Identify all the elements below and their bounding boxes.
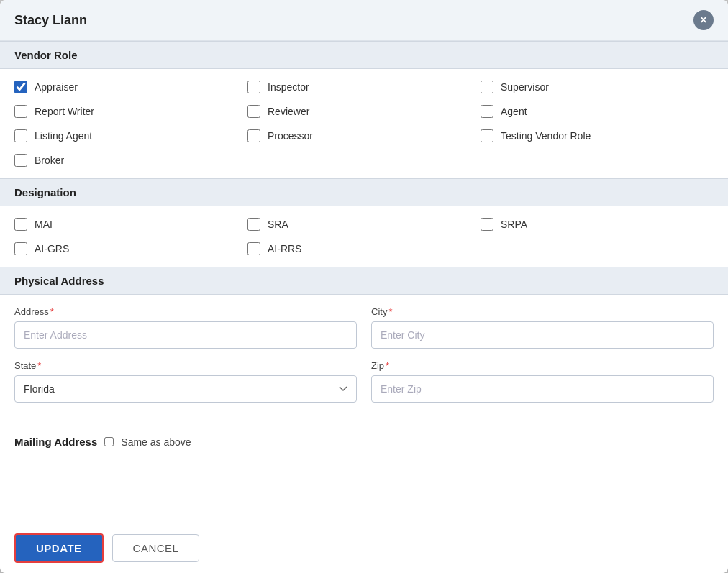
address-input[interactable]: [14, 321, 357, 349]
city-label: City*: [371, 306, 714, 317]
checkbox-item-sra: SRA: [247, 218, 481, 231]
state-required-star: *: [37, 360, 41, 371]
agent-label: Agent: [501, 106, 527, 117]
inspector-checkbox[interactable]: [247, 81, 260, 93]
state-group: State* Florida Alabama Alaska Arizona Ca…: [14, 360, 357, 403]
reviewer-label: Reviewer: [268, 106, 309, 117]
report-writer-label: Report Writer: [35, 106, 94, 117]
update-button[interactable]: UPDATE: [14, 533, 104, 563]
state-label: State*: [14, 360, 357, 371]
checkbox-item-srpa: SRPA: [481, 218, 714, 231]
checkbox-item-broker: Broker: [14, 154, 247, 167]
processor-label: Processor: [268, 130, 313, 142]
sra-checkbox[interactable]: [247, 218, 260, 231]
ai-rrs-checkbox[interactable]: [247, 242, 260, 255]
state-select[interactable]: Florida Alabama Alaska Arizona Californi…: [14, 375, 357, 403]
mai-checkbox[interactable]: [14, 218, 27, 231]
city-group: City*: [371, 306, 714, 349]
address-label: Address*: [14, 306, 357, 317]
ai-grs-checkbox[interactable]: [14, 242, 27, 255]
designation-grid: MAI SRA SRPA AI-GRS AI-RRS: [14, 218, 714, 255]
city-input[interactable]: [371, 321, 714, 349]
state-zip-row: State* Florida Alabama Alaska Arizona Ca…: [14, 360, 714, 403]
sra-label: SRA: [268, 219, 288, 230]
checkbox-item-report-writer: Report Writer: [14, 105, 247, 118]
checkbox-item-agent: Agent: [481, 105, 714, 118]
checkbox-item-processor: Processor: [247, 129, 481, 142]
mai-label: MAI: [35, 219, 53, 230]
zip-input[interactable]: [371, 375, 714, 403]
checkbox-item-appraiser: Appraiser: [14, 81, 247, 93]
checkbox-item-mai: MAI: [14, 218, 247, 231]
broker-label: Broker: [35, 155, 64, 166]
inspector-label: Inspector: [268, 81, 309, 93]
checkbox-item-testing-vendor-role: Testing Vendor Role: [481, 129, 714, 142]
ai-rrs-label: AI-RRS: [268, 243, 301, 255]
listing-agent-checkbox[interactable]: [14, 129, 27, 142]
testing-vendor-role-checkbox[interactable]: [481, 129, 493, 142]
address-city-row: Address* City*: [14, 306, 714, 349]
zip-group: Zip*: [371, 360, 714, 403]
ai-grs-label: AI-GRS: [35, 243, 69, 255]
physical-address-section-header: Physical Address: [0, 267, 728, 295]
checkbox-item-ai-rrs: AI-RRS: [247, 242, 481, 255]
vendor-role-content: Appraiser Inspector Supervisor Report Wr…: [0, 69, 728, 178]
supervisor-checkbox[interactable]: [481, 81, 493, 93]
physical-address-content: Address* City* State* Flor: [0, 295, 728, 426]
same-as-above-label: Same as above: [121, 436, 191, 448]
close-button[interactable]: ×: [693, 10, 714, 30]
modal-header: Stacy Liann ×: [0, 0, 728, 41]
modal-body: Vendor Role Appraiser Inspector Supervis…: [0, 41, 728, 523]
report-writer-checkbox[interactable]: [14, 105, 27, 118]
listing-agent-label: Listing Agent: [35, 130, 92, 142]
processor-checkbox[interactable]: [247, 129, 260, 142]
city-required-star: *: [388, 306, 392, 317]
zip-required-star: *: [386, 360, 389, 371]
agent-checkbox[interactable]: [481, 105, 493, 118]
modal-container: Stacy Liann × Vendor Role Appraiser Insp…: [0, 0, 728, 573]
address-group: Address*: [14, 306, 357, 349]
designation-section-header: Designation: [0, 178, 728, 206]
srpa-label: SRPA: [501, 219, 527, 230]
same-as-above-checkbox[interactable]: [104, 437, 114, 446]
vendor-role-section-header: Vendor Role: [0, 41, 728, 69]
checkbox-item-supervisor: Supervisor: [481, 81, 714, 93]
mailing-address-row: Mailing Address Same as above: [0, 426, 728, 454]
testing-vendor-role-label: Testing Vendor Role: [501, 130, 591, 142]
mailing-address-label: Mailing Address: [14, 436, 97, 448]
supervisor-label: Supervisor: [501, 81, 549, 93]
appraiser-label: Appraiser: [35, 81, 78, 93]
checkbox-item-reviewer: Reviewer: [247, 105, 481, 118]
address-required-star: *: [50, 306, 54, 317]
checkbox-item-inspector: Inspector: [247, 81, 481, 93]
designation-content: MAI SRA SRPA AI-GRS AI-RRS: [0, 206, 728, 267]
checkbox-item-listing-agent: Listing Agent: [14, 129, 247, 142]
zip-label: Zip*: [371, 360, 714, 371]
cancel-button[interactable]: CANCEL: [112, 534, 200, 562]
modal-title: Stacy Liann: [14, 13, 87, 28]
appraiser-checkbox[interactable]: [14, 81, 27, 93]
srpa-checkbox[interactable]: [481, 218, 493, 231]
modal-footer: UPDATE CANCEL: [0, 523, 728, 573]
reviewer-checkbox[interactable]: [247, 105, 260, 118]
checkbox-item-ai-grs: AI-GRS: [14, 242, 247, 255]
broker-checkbox[interactable]: [14, 154, 27, 167]
vendor-role-grid: Appraiser Inspector Supervisor Report Wr…: [14, 81, 714, 167]
